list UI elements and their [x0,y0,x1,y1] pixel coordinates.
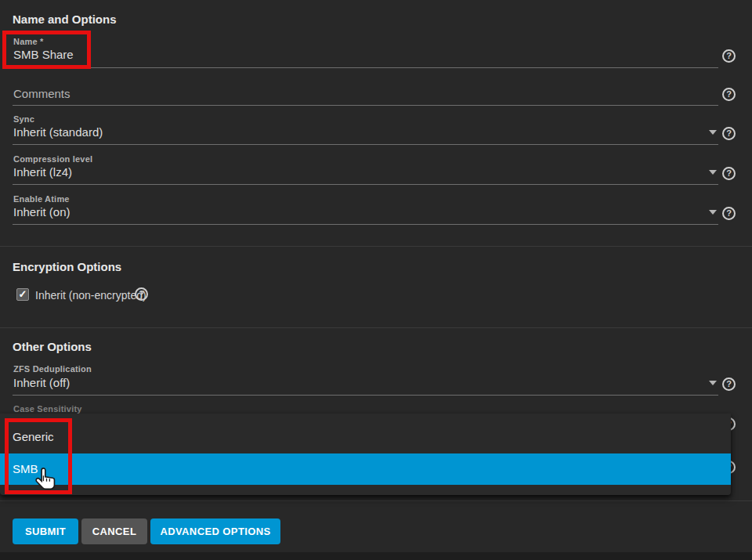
inherit-encryption-checkbox-label: Inherit (non-encrypted) [35,289,146,302]
section-heading-encryption-options: Encryption Options [13,260,121,273]
section-divider [0,246,752,247]
section-heading-other-options: Other Options [13,340,92,353]
case-sensitivity-dropdown-panel: Generic SMB [0,414,731,495]
name-help-icon[interactable]: ? [722,49,736,63]
compression-chevron-down-icon[interactable] [709,170,717,175]
section-divider [0,327,752,328]
comments-help-icon[interactable]: ? [722,88,736,101]
atime-select-value[interactable]: Inherit (on) [13,205,70,219]
advanced-options-button[interactable]: ADVANCED OPTIONS [150,518,280,544]
case-sensitivity-label: Case Sensitivity [13,404,82,414]
dedup-select-value[interactable]: Inherit (off) [13,376,70,389]
dropdown-option-generic[interactable]: Generic [0,420,731,453]
sync-chevron-down-icon[interactable] [709,130,717,135]
atime-select-label: Enable Atime [13,194,70,204]
atime-chevron-down-icon[interactable] [709,210,717,215]
sync-select-label: Sync [13,114,34,124]
section-heading-name-and-options: Name and Options [13,13,117,26]
sync-help-icon[interactable]: ? [722,127,736,140]
dedup-chevron-down-icon[interactable] [709,381,717,385]
atime-help-icon[interactable]: ? [722,207,736,220]
submit-button[interactable]: SUBMIT [13,518,78,544]
cancel-button[interactable]: CANCEL [81,518,147,544]
compression-select-value[interactable]: Inherit (lz4) [13,165,72,179]
inherit-encryption-checkbox[interactable]: ✓ [16,288,29,301]
name-field-label: Name * [13,37,44,46]
encryption-help-icon[interactable]: ? [135,287,148,301]
dropdown-option-smb[interactable]: SMB [0,453,731,485]
section-divider [0,500,752,501]
add-dataset-form: Name and Options Name * SMB Share ? Comm… [0,0,752,560]
dedup-help-icon[interactable]: ? [722,378,736,391]
name-field-underline [13,67,718,68]
dedup-select-underline [13,395,718,396]
dedup-select-label: ZFS Deduplication [13,364,92,374]
compression-help-icon[interactable]: ? [722,167,736,180]
name-field-value[interactable]: SMB Share [13,48,74,61]
page-bottom-edge [0,552,752,560]
compression-select-underline [13,184,718,185]
compression-select-label: Compression level [13,154,92,164]
atime-select-underline [13,224,718,225]
comments-field-label[interactable]: Comments [13,87,70,100]
sync-select-underline [13,144,718,145]
comments-field-underline [13,105,718,106]
sync-select-value[interactable]: Inherit (standard) [13,125,103,139]
